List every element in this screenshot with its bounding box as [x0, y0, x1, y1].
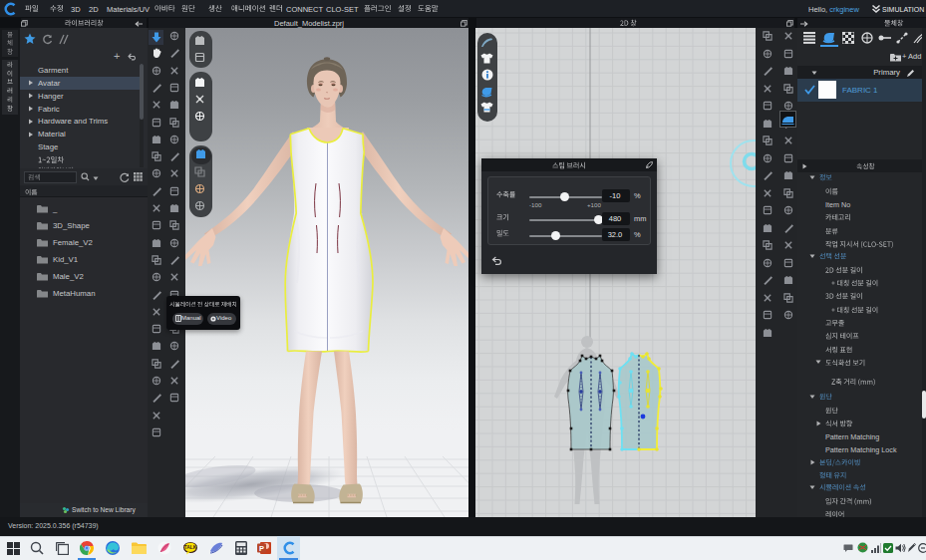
svg-text:P: P	[259, 544, 264, 553]
svg-text:TALK: TALK	[184, 544, 197, 550]
